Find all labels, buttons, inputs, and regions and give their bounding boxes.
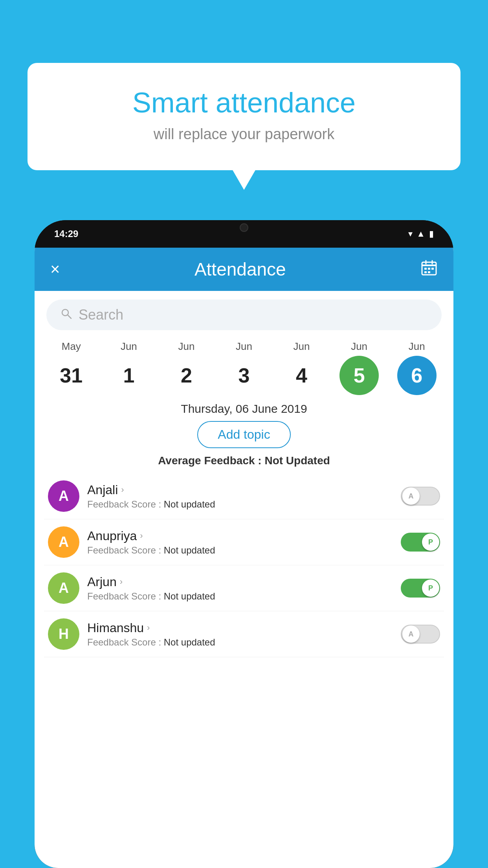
student-row-2[interactable]: AArjun ›Feedback Score : Not updatedP (44, 565, 444, 611)
avg-feedback: Average Feedback : Not Updated (35, 454, 453, 467)
bubble-subtitle: will replace your paperwork (59, 126, 429, 143)
svg-rect-5 (428, 268, 430, 270)
avatar-anjali: A (48, 480, 79, 512)
student-list: AAnjali ›Feedback Score : Not updatedAAA… (35, 473, 453, 657)
search-bar[interactable]: Search (46, 300, 442, 330)
phone-screen: × Attendance (35, 248, 453, 868)
toggle-himanshu[interactable]: A (401, 625, 440, 644)
front-camera (240, 223, 248, 232)
date-col-1[interactable]: Jun1 (103, 340, 154, 395)
selected-date-label: Thursday, 06 June 2019 (35, 402, 453, 416)
toggle-arjun[interactable]: P (401, 579, 440, 598)
close-button[interactable]: × (50, 260, 60, 279)
svg-rect-1 (422, 265, 436, 266)
svg-rect-6 (431, 268, 434, 270)
bubble-title: Smart attendance (59, 86, 429, 119)
date-col-3[interactable]: Jun3 (218, 340, 270, 395)
date-col-0[interactable]: May31 (46, 340, 97, 395)
speech-bubble: Smart attendance will replace your paper… (28, 63, 460, 170)
svg-rect-4 (424, 268, 427, 270)
toggle-anjali[interactable]: A (401, 487, 440, 506)
phone-frame: 14:29 ▾ ▲ ▮ × Attendance (35, 220, 453, 868)
date-strip: May31Jun1Jun2Jun3Jun4Jun5Jun6 (35, 337, 453, 395)
svg-rect-7 (424, 271, 427, 273)
avatar-anupriya: A (48, 526, 79, 558)
calendar-icon[interactable] (420, 259, 438, 280)
search-icon (61, 308, 72, 322)
app-header: × Attendance (35, 248, 453, 291)
notch (224, 220, 264, 236)
svg-rect-8 (428, 271, 430, 273)
battery-icon: ▮ (429, 229, 434, 239)
date-col-5[interactable]: Jun5 (334, 340, 385, 395)
header-title: Attendance (194, 259, 286, 280)
student-row-3[interactable]: HHimanshu ›Feedback Score : Not updatedA (44, 611, 444, 657)
status-icons: ▾ ▲ ▮ (408, 229, 434, 239)
avatar-himanshu: H (48, 618, 79, 650)
date-col-6[interactable]: Jun6 (391, 340, 442, 395)
date-col-4[interactable]: Jun4 (276, 340, 327, 395)
toggle-anupriya[interactable]: P (401, 533, 440, 552)
student-row-0[interactable]: AAnjali ›Feedback Score : Not updatedA (44, 473, 444, 519)
svg-line-10 (68, 315, 71, 318)
signal-icon: ▲ (416, 229, 425, 239)
date-col-2[interactable]: Jun2 (161, 340, 212, 395)
avatar-arjun: A (48, 572, 79, 604)
status-bar: 14:29 ▾ ▲ ▮ (35, 220, 453, 248)
wifi-icon: ▾ (408, 229, 413, 239)
add-topic-button[interactable]: Add topic (197, 421, 290, 448)
search-placeholder: Search (79, 307, 123, 323)
student-row-1[interactable]: AAnupriya ›Feedback Score : Not updatedP (44, 519, 444, 565)
status-time: 14:29 (54, 228, 78, 239)
